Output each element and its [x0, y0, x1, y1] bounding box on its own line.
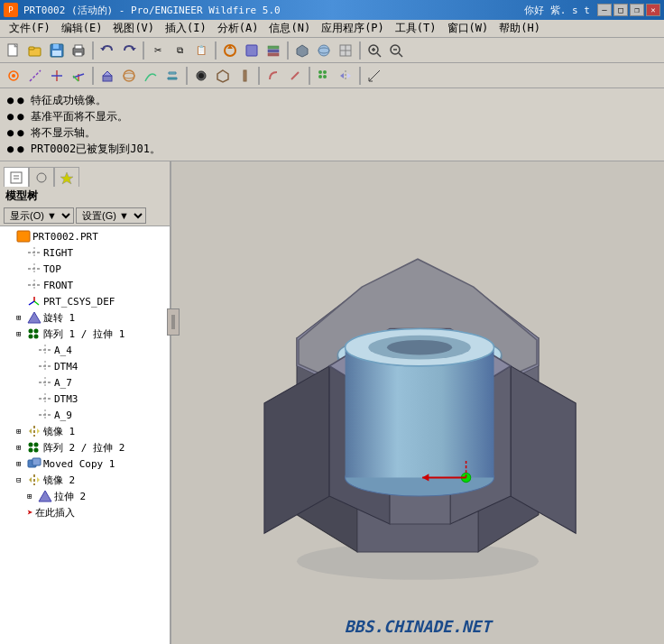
tree-item-right[interactable]: RIGHT	[2, 244, 168, 261]
save-button[interactable]	[47, 41, 67, 60]
round-button[interactable]	[263, 66, 283, 86]
menu-item-info[interactable]: 信息(N)	[263, 19, 316, 38]
settings-dropdown[interactable]: 设置(G) ▼	[76, 207, 146, 224]
measure-button[interactable]	[364, 66, 384, 86]
menu-item-apps[interactable]: 应用程序(P)	[316, 19, 390, 38]
axis-button[interactable]	[47, 66, 67, 86]
tree-item-pattern1[interactable]: ⊞阵列 1 / 拉伸 1	[2, 326, 168, 342]
icon-mirror1	[27, 425, 42, 437]
show-dropdown[interactable]: 显示(O) ▼	[4, 207, 74, 224]
cut-button[interactable]: ✂	[148, 41, 168, 60]
mirror-feature-button[interactable]	[336, 66, 355, 86]
rib-button[interactable]	[235, 66, 254, 86]
tree-item-pattern2[interactable]: ⊞阵列 2 / 拉伸 2	[2, 439, 168, 455]
new-file-button[interactable]	[4, 41, 23, 60]
panel-tabs	[0, 161, 170, 187]
print-button[interactable]	[69, 41, 88, 60]
menu-item-analysis[interactable]: 分析(A)	[212, 19, 264, 38]
revolve-button[interactable]	[119, 66, 139, 86]
menu-item-insert[interactable]: 插入(I)	[160, 19, 212, 38]
menu-item-edit[interactable]: 编辑(E)	[56, 19, 108, 38]
hole-button[interactable]	[191, 66, 211, 86]
svg-point-77	[34, 329, 39, 334]
left-panel: 模型树 显示(O) ▼ 设置(G) ▼ PRT0002.PRTRIGHTTOPF…	[0, 161, 171, 644]
tab-layers[interactable]	[29, 167, 54, 187]
tree-item-rotate1[interactable]: ⊞旋转 1	[2, 309, 168, 326]
paste-button[interactable]: 📋	[191, 41, 211, 60]
sep-4	[287, 41, 289, 60]
shell-button[interactable]	[213, 66, 233, 86]
viewport[interactable]: BBS.CHINADE.NET	[171, 161, 664, 644]
minimize-button[interactable]: —	[597, 4, 612, 16]
label-dtm4: DTM4	[54, 361, 78, 373]
expand-btn-extrude2[interactable]: ⊞	[27, 492, 38, 501]
expand-btn-moved_copy1[interactable]: ⊞	[16, 459, 27, 468]
feature-button[interactable]	[242, 41, 262, 60]
layer-button[interactable]	[263, 41, 283, 60]
menu-item-file[interactable]: 文件(F)	[4, 19, 56, 38]
zoom-out-button[interactable]	[386, 41, 406, 60]
icon-pattern2	[27, 441, 42, 454]
redo-button[interactable]	[119, 41, 139, 60]
maximize-button[interactable]: □	[613, 4, 628, 16]
tree-item-prt0002[interactable]: PRT0002.PRT	[2, 228, 168, 244]
tree-item-mirror1[interactable]: ⊞镜像 1	[2, 423, 168, 439]
tab-star[interactable]	[54, 167, 79, 187]
orient-button[interactable]	[314, 41, 334, 60]
svg-point-42	[124, 73, 134, 78]
view3d-button[interactable]	[292, 41, 312, 60]
tree-item-moved_copy1[interactable]: ⊞Moved Copy 1	[2, 455, 168, 472]
menu-item-tools[interactable]: 工具(T)	[390, 19, 442, 38]
tree-item-prt_csys[interactable]: PRT_CSYS_DEF	[2, 293, 168, 309]
chamfer-button[interactable]	[285, 66, 305, 86]
tree-item-a9[interactable]: A_9	[2, 407, 168, 423]
svg-point-46	[198, 73, 204, 78]
expand-btn-pattern1[interactable]: ⊞	[16, 329, 27, 338]
sketch-button[interactable]	[4, 66, 23, 86]
expand-btn-mirror1[interactable]: ⊞	[16, 427, 27, 436]
svg-rect-48	[244, 70, 246, 81]
svg-point-41	[124, 70, 134, 81]
tree-item-front[interactable]: FRONT	[2, 277, 168, 293]
tree-item-dtm4[interactable]: DTM4	[2, 358, 168, 374]
icon-a4	[38, 344, 52, 356]
tree-item-a7[interactable]: A_7	[2, 374, 168, 391]
toolbar-1: ✂ ⧉ 📋	[0, 38, 664, 63]
tree-item-a4[interactable]: A_4	[2, 342, 168, 358]
menu-item-window[interactable]: 窗口(W)	[442, 19, 494, 38]
restore-button[interactable]: ❐	[630, 4, 644, 16]
label-insert_here: 在此插入	[35, 506, 75, 520]
datum-button[interactable]	[25, 66, 45, 86]
svg-marker-18	[297, 45, 308, 57]
tree-item-top[interactable]: TOP	[2, 261, 168, 277]
open-file-button[interactable]	[25, 41, 45, 60]
menu-item-view[interactable]: 视图(V)	[107, 19, 160, 38]
regen-button[interactable]	[220, 41, 240, 60]
svg-marker-100	[29, 477, 32, 483]
copy-button[interactable]: ⧉	[170, 41, 189, 60]
tree-item-insert_here[interactable]: ➤在此插入	[2, 504, 168, 520]
resize-handle[interactable]	[167, 308, 180, 336]
tree-item-mirror2[interactable]: ⊟镜像 2	[2, 472, 168, 488]
expand-btn-mirror2[interactable]: ⊟	[16, 475, 27, 484]
sweep-button[interactable]	[141, 66, 161, 86]
pattern-button[interactable]	[314, 66, 334, 86]
extrude-button[interactable]	[97, 66, 117, 86]
csys-button[interactable]	[69, 66, 88, 86]
zoom-in-button[interactable]	[364, 41, 384, 60]
tree-item-extrude2[interactable]: ⊞拉伸 2	[2, 488, 168, 504]
menu-item-help[interactable]: 帮助(H)	[493, 19, 546, 38]
tree-item-dtm3[interactable]: DTM3	[2, 391, 168, 407]
svg-line-49	[291, 72, 299, 79]
tab-tree[interactable]	[4, 167, 29, 187]
expand-btn-pattern2[interactable]: ⊞	[16, 443, 27, 452]
close-button[interactable]: ✕	[646, 4, 660, 16]
expand-btn-rotate1[interactable]: ⊞	[16, 313, 27, 322]
svg-rect-39	[103, 76, 112, 81]
undo-button[interactable]	[97, 41, 117, 60]
status-msg-2: ● 基准平面将不显示。	[17, 108, 127, 124]
status-area: ● ● 特征成功镜像。 ● ● 基准平面将不显示。 ● ● 将不显示轴。 ● ●…	[0, 88, 664, 161]
svg-line-74	[29, 301, 34, 305]
blend-button[interactable]	[162, 66, 182, 86]
view-btn2[interactable]	[336, 41, 355, 60]
